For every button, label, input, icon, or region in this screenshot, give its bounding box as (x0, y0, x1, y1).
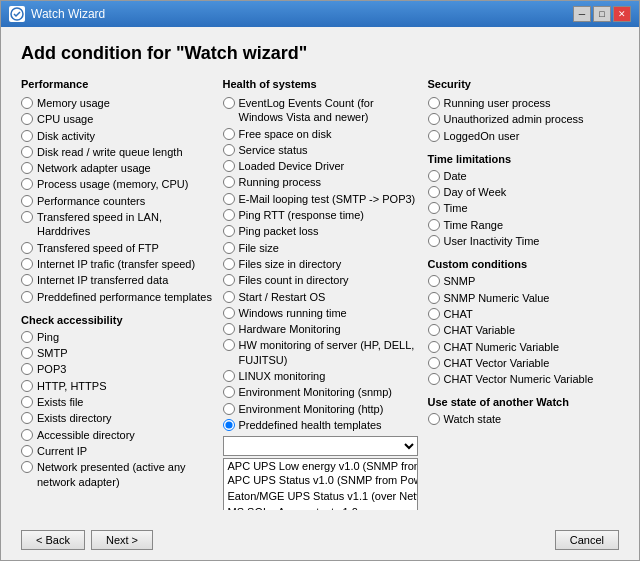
radio-email-looping[interactable]: E-Mail looping test (SMTP -> POP3) (223, 192, 418, 206)
radio-chat-variable[interactable]: CHAT Variable (428, 323, 620, 337)
network-adapter-label: Network adapter usage (37, 161, 151, 175)
radio-cpu-usage[interactable]: CPU usage (21, 112, 213, 126)
list-item-eaton[interactable]: Eaton/MGE UPS Status v1.1 (over NetworkC… (224, 487, 417, 505)
radio-memory-usage[interactable]: Memory usage (21, 96, 213, 110)
title-bar-left: Watch Wizard (9, 6, 105, 22)
radio-ping[interactable]: Ping (21, 330, 213, 344)
radio-running-user[interactable]: Running user process (428, 96, 620, 110)
running-user-label: Running user process (444, 96, 551, 110)
health-templates-list: APC UPS Low energy v1.0 (SNMP from Power… (223, 458, 418, 510)
radio-perf-templates[interactable]: Preddefined performance templates (21, 290, 213, 304)
exists-file-label: Exists file (37, 395, 83, 409)
radio-free-space[interactable]: Free space on disk (223, 127, 418, 141)
radio-windows-running[interactable]: Windows running time (223, 306, 418, 320)
hw-server-label: HW monitoring of server (HP, DELL, FUJIT… (239, 338, 418, 367)
transfer-ftp-label: Transfered speed of FTP (37, 241, 159, 255)
cpu-usage-label: CPU usage (37, 112, 93, 126)
title-bar-controls: ─ □ ✕ (573, 6, 631, 22)
radio-chat-vector[interactable]: CHAT Vector Variable (428, 356, 620, 370)
check-accessibility-header: Check accessibility (21, 314, 213, 326)
radio-eventlog[interactable]: EventLog Events Count (for Windows Vista… (223, 96, 418, 125)
radio-internet-ip-data[interactable]: Internet IP transferred data (21, 273, 213, 287)
radio-files-size-dir[interactable]: Files size in directory (223, 257, 418, 271)
minimize-button[interactable]: ─ (573, 6, 591, 22)
radio-date[interactable]: Date (428, 169, 620, 183)
columns-container: Performance Memory usage CPU usage Disk … (21, 78, 619, 510)
disk-activity-label: Disk activity (37, 129, 95, 143)
radio-service-status[interactable]: Service status (223, 143, 418, 157)
radio-transfer-lan[interactable]: Transfered speed in LAN, Harddrives (21, 210, 213, 239)
radio-env-http[interactable]: Environment Monitoring (http) (223, 402, 418, 416)
ping-packet-label: Ping packet loss (239, 224, 319, 238)
radio-chat[interactable]: CHAT (428, 307, 620, 321)
radio-snmp[interactable]: SNMP (428, 274, 620, 288)
day-of-week-label: Day of Week (444, 185, 507, 199)
chat-vector-label: CHAT Vector Variable (444, 356, 550, 370)
health-templates-select[interactable] (223, 436, 418, 456)
radio-pop3[interactable]: POP3 (21, 362, 213, 376)
snmp-numeric-label: SNMP Numeric Value (444, 291, 550, 305)
radio-file-size[interactable]: File size (223, 241, 418, 255)
windows-running-label: Windows running time (239, 306, 347, 320)
close-button[interactable]: ✕ (613, 6, 631, 22)
radio-day-of-week[interactable]: Day of Week (428, 185, 620, 199)
radio-loaded-device[interactable]: Loaded Device Driver (223, 159, 418, 173)
disk-queue-label: Disk read / write queue length (37, 145, 183, 159)
list-item-apc-low[interactable]: APC UPS Low energy v1.0 (SNMP from Power… (224, 459, 417, 473)
perf-templates-label: Preddefined performance templates (37, 290, 212, 304)
page-title: Add condition for "Watch wizard" (21, 43, 619, 64)
radio-exists-directory[interactable]: Exists directory (21, 411, 213, 425)
radio-hw-monitoring[interactable]: Hardware Monitoring (223, 322, 418, 336)
radio-hw-server[interactable]: HW monitoring of server (HP, DELL, FUJIT… (223, 338, 418, 367)
radio-disk-activity[interactable]: Disk activity (21, 129, 213, 143)
radio-health-templates[interactable]: Preddefined health templates (223, 418, 418, 432)
radio-http[interactable]: HTTP, HTTPS (21, 379, 213, 393)
cancel-button[interactable]: Cancel (555, 530, 619, 550)
email-looping-label: E-Mail looping test (SMTP -> POP3) (239, 192, 416, 206)
radio-unauthorized-admin[interactable]: Unauthorized admin process (428, 112, 620, 126)
radio-running-process[interactable]: Running process (223, 175, 418, 189)
radio-network-presented[interactable]: Network presented (active any network ad… (21, 460, 213, 489)
radio-chat-numeric[interactable]: CHAT Numeric Variable (428, 340, 620, 354)
radio-start-restart[interactable]: Start / Restart OS (223, 290, 418, 304)
time-limitations-header: Time limitations (428, 153, 620, 165)
radio-files-count-dir[interactable]: Files count in directory (223, 273, 418, 287)
files-count-dir-label: Files count in directory (239, 273, 349, 287)
radio-accessible-directory[interactable]: Accessible directory (21, 428, 213, 442)
radio-current-ip[interactable]: Current IP (21, 444, 213, 458)
transfer-lan-label: Transfered speed in LAN, Harddrives (37, 210, 213, 239)
radio-watch-state[interactable]: Watch state (428, 412, 620, 426)
radio-user-inactivity[interactable]: User Inactivity Time (428, 234, 620, 248)
start-restart-label: Start / Restart OS (239, 290, 326, 304)
maximize-button[interactable]: □ (593, 6, 611, 22)
next-button[interactable]: Next > (91, 530, 153, 550)
radio-env-snmp[interactable]: Environment Monitoring (snmp) (223, 385, 418, 399)
list-item-mssql[interactable]: MS SQL - Access test v1.0 (224, 505, 417, 510)
radio-smtp[interactable]: SMTP (21, 346, 213, 360)
radio-time-range[interactable]: Time Range (428, 218, 620, 232)
middle-column: Health of systems EventLog Events Count … (223, 78, 418, 510)
back-button[interactable]: < Back (21, 530, 85, 550)
footer-left-buttons: < Back Next > (21, 530, 153, 550)
radio-internet-ip-trafic[interactable]: Internet IP trafic (transfer speed) (21, 257, 213, 271)
health-header: Health of systems (223, 78, 418, 90)
radio-snmp-numeric[interactable]: SNMP Numeric Value (428, 291, 620, 305)
radio-network-adapter[interactable]: Network adapter usage (21, 161, 213, 175)
pop3-label: POP3 (37, 362, 66, 376)
list-item-apc-status[interactable]: APC UPS Status v1.0 (SNMP from Powerchut… (224, 473, 417, 487)
app-icon (9, 6, 25, 22)
radio-disk-queue[interactable]: Disk read / write queue length (21, 145, 213, 159)
radio-chat-vector-numeric[interactable]: CHAT Vector Numeric Variable (428, 372, 620, 386)
radio-transfer-ftp[interactable]: Transfered speed of FTP (21, 241, 213, 255)
radio-process-usage[interactable]: Process usage (memory, CPU) (21, 177, 213, 191)
radio-linux[interactable]: LINUX monitoring (223, 369, 418, 383)
radio-ping-packet[interactable]: Ping packet loss (223, 224, 418, 238)
radio-ping-rtt[interactable]: Ping RTT (response time) (223, 208, 418, 222)
radio-loggedon-user[interactable]: LoggedOn user (428, 129, 620, 143)
radio-perf-counters[interactable]: Performance counters (21, 194, 213, 208)
radio-exists-file[interactable]: Exists file (21, 395, 213, 409)
right-column: Security Running user process Unauthoriz… (428, 78, 620, 510)
radio-time[interactable]: Time (428, 201, 620, 215)
exists-directory-label: Exists directory (37, 411, 112, 425)
health-templates-label: Preddefined health templates (239, 418, 382, 432)
